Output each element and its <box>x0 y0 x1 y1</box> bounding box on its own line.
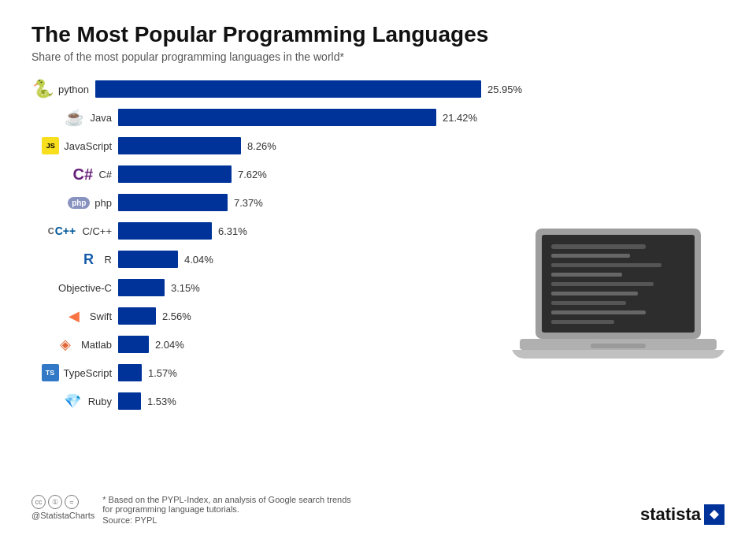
matlab-icon: ◈ <box>54 333 76 355</box>
bar-python <box>95 80 481 98</box>
footnote: * Based on the PYPL-Index, an analysis o… <box>102 495 351 514</box>
bar-ruby <box>118 392 141 410</box>
ts-icon: TS <box>42 364 59 381</box>
lang-label-csharp: C# C# <box>32 163 118 185</box>
svg-rect-3 <box>551 254 630 258</box>
svg-rect-10 <box>551 320 614 324</box>
swift-icon: ◀ <box>63 305 85 327</box>
bar-container-typescript: 1.57% <box>118 364 520 381</box>
statista-logo: statista <box>640 504 724 525</box>
bar-container-objective-c: 3.15% <box>118 279 520 296</box>
bar-value-php: 7.37% <box>234 197 263 209</box>
r-icon: R <box>78 248 100 270</box>
lang-label-matlab: ◈ Matlab <box>32 333 118 355</box>
bar-row-php: php php 7.37% <box>32 191 520 214</box>
svg-rect-6 <box>551 282 654 286</box>
bar-row-ruby: 💎 Ruby 1.53% <box>32 389 520 413</box>
ruby-icon: 💎 <box>61 390 83 412</box>
chart-area: 🐍 python 25.95% ☕ Java 21.42% JS JavaScr… <box>32 77 520 413</box>
footer-left: cc ① = @StatistaCharts * Based on the PY… <box>32 495 351 525</box>
bar-row-javascript: JS JavaScript 8.26% <box>32 134 520 158</box>
bar-row-csharp: C# C# 7.62% <box>32 162 520 186</box>
bar-container-php: 7.37% <box>118 194 520 211</box>
python-icon: 🐍 <box>32 78 54 100</box>
bar-csharp <box>118 165 232 183</box>
lang-name-cpp: C/C++ <box>82 225 112 237</box>
lang-name-python: python <box>58 84 89 95</box>
php-icon: php <box>68 197 90 209</box>
bar-value-typescript: 1.57% <box>148 367 177 379</box>
lang-label-swift: ◀ Swift <box>32 305 118 327</box>
lang-name-csharp: C# <box>98 169 112 180</box>
svg-rect-2 <box>551 244 646 249</box>
bar-row-java: ☕ Java 21.42% <box>32 106 520 129</box>
bar-row-r: R R 4.04% <box>32 247 520 271</box>
bar-value-java: 21.42% <box>443 112 477 124</box>
chart-subtitle: Share of the most popular programming la… <box>32 50 724 63</box>
lang-label-java: ☕ Java <box>32 106 118 128</box>
lang-name-r: R <box>105 254 112 266</box>
lang-name-ruby: Ruby <box>88 396 112 407</box>
bar-value-objective-c: 3.15% <box>171 282 200 294</box>
bar-row-swift: ◀ Swift 2.56% <box>32 304 520 328</box>
bar-row-objective-c: Objective-C 3.15% <box>32 276 520 299</box>
bar-value-cpp: 6.31% <box>218 225 247 237</box>
lang-name-objective-c: Objective-C <box>58 282 112 294</box>
bar-cpp <box>118 222 212 240</box>
bar-r <box>118 251 178 268</box>
svg-rect-12 <box>591 344 646 348</box>
bar-value-javascript: 8.26% <box>247 140 276 152</box>
lang-name-java: Java <box>91 112 112 124</box>
bar-container-r: 4.04% <box>118 251 520 268</box>
bar-container-python: 25.95% <box>95 80 522 98</box>
lang-label-ruby: 💎 Ruby <box>32 390 118 412</box>
bar-row-cpp: C C++ C/C++ 6.31% <box>32 219 520 243</box>
svg-rect-7 <box>551 292 638 296</box>
svg-rect-5 <box>551 273 622 277</box>
bar-container-swift: 2.56% <box>118 307 520 325</box>
lang-name-php: php <box>94 197 112 209</box>
bar-container-javascript: 8.26% <box>118 137 520 154</box>
js-icon: JS <box>42 137 59 154</box>
bar-value-python: 25.95% <box>487 84 522 95</box>
bar-php <box>118 194 228 211</box>
svg-marker-13 <box>710 510 719 519</box>
bar-matlab <box>118 336 149 353</box>
svg-rect-4 <box>551 263 662 267</box>
bar-typescript <box>118 364 142 381</box>
bar-value-swift: 2.56% <box>162 310 191 322</box>
lang-name-typescript: TypeScript <box>64 367 112 379</box>
lang-name-matlab: Matlab <box>81 339 112 351</box>
svg-rect-9 <box>551 310 646 314</box>
cc-attribution: @StatistaCharts <box>32 511 94 520</box>
bar-value-csharp: 7.62% <box>238 169 267 180</box>
chart-title: The Most Popular Programming Languages <box>32 22 724 47</box>
main-container: The Most Popular Programming Languages S… <box>0 0 756 539</box>
lang-label-php: php php <box>32 197 118 209</box>
source: Source: PYPL <box>102 515 351 525</box>
bar-value-matlab: 2.04% <box>155 339 184 351</box>
bar-row-typescript: TS TypeScript 1.57% <box>32 361 520 385</box>
bar-container-csharp: 7.62% <box>118 165 520 183</box>
lang-name-javascript: JavaScript <box>64 140 112 152</box>
footer: cc ① = @StatistaCharts * Based on the PY… <box>32 495 724 525</box>
lang-name-swift: Swift <box>90 310 112 322</box>
bar-container-cpp: 6.31% <box>118 222 520 240</box>
csharp-icon: C# <box>72 163 94 185</box>
cc-icons: cc ① = <box>32 495 94 509</box>
bar-swift <box>118 307 156 325</box>
lang-label-cpp: C C++ C/C++ <box>32 220 118 242</box>
bar-objective-c <box>118 279 165 296</box>
bar-value-ruby: 1.53% <box>147 396 176 407</box>
bar-java <box>118 109 436 126</box>
bar-row-matlab: ◈ Matlab 2.04% <box>32 333 520 356</box>
lang-label-r: R R <box>32 248 118 270</box>
lang-label-typescript: TS TypeScript <box>32 364 118 381</box>
objc-icon <box>32 277 54 299</box>
java-icon: ☕ <box>64 106 86 128</box>
svg-rect-8 <box>551 301 626 305</box>
lang-label-python: 🐍 python <box>32 78 95 100</box>
cpp-icon: C C++ <box>46 220 77 242</box>
bar-container-ruby: 1.53% <box>118 392 520 410</box>
bar-javascript <box>118 137 241 154</box>
